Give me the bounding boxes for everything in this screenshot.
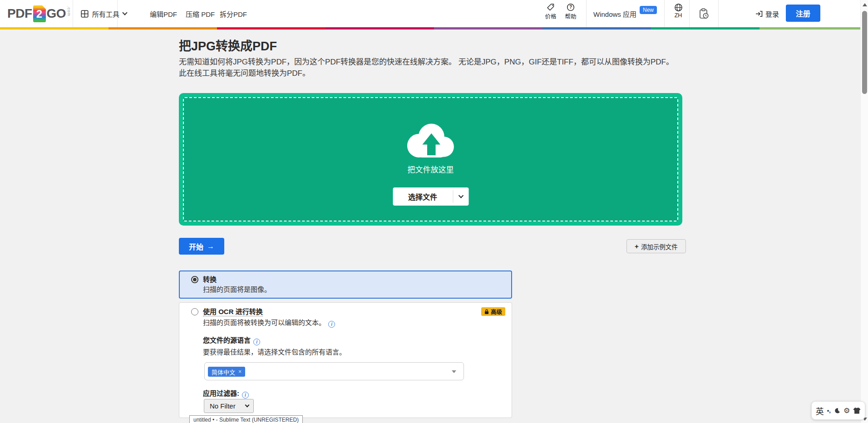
info-icon[interactable]: i xyxy=(242,392,249,398)
premium-badge-label: 高级 xyxy=(491,307,502,316)
chevron-down-icon xyxy=(122,10,127,15)
moon-icon[interactable] xyxy=(834,408,840,414)
filter-select-value: No Filter xyxy=(210,402,236,410)
plus-icon: + xyxy=(635,242,639,250)
nav-help-label: 帮助 xyxy=(565,12,576,20)
pdf2go-logo[interactable]: PDF 2 GO .com xyxy=(7,5,71,22)
option-ocr-description: 扫描的页面将被转换为可以编辑的文本。i xyxy=(203,317,335,328)
nav-split-pdf[interactable]: 拆分PDF xyxy=(220,0,247,27)
vertical-scrollbar[interactable] xyxy=(860,0,868,423)
file-dropzone[interactable]: 把文件放这里 选择文件 xyxy=(179,93,682,226)
svg-text:?: ? xyxy=(569,5,572,10)
globe-icon xyxy=(674,3,683,12)
skin-shirt-icon[interactable] xyxy=(853,408,861,414)
add-example-file-button[interactable]: + 添加示例文件 xyxy=(626,239,686,253)
nav-pricing[interactable]: 价格 xyxy=(541,3,561,20)
nav-all-tools-label: 所有工具 xyxy=(92,9,119,19)
start-button[interactable]: 开始 → xyxy=(179,238,224,255)
scrollbar-up-arrow[interactable] xyxy=(863,3,867,6)
language-tag-label: 简体中文 xyxy=(212,368,235,376)
nav-edit-pdf[interactable]: 编辑PDF xyxy=(150,0,177,27)
source-language-label: 您文件的源语言i xyxy=(203,335,260,345)
start-label: 开始 xyxy=(189,241,203,252)
help-icon: ? xyxy=(567,3,575,11)
choose-file-button[interactable]: 选择文件 xyxy=(393,187,469,206)
language-tag[interactable]: 简体中文 × xyxy=(208,367,245,377)
nav-pricing-label: 价格 xyxy=(545,12,556,20)
pdf2go-jpg-to-pdf-page: PDF 2 GO .com 所有工具 编辑PDF 压缩 PDF 拆分PDF 价格… xyxy=(0,0,868,423)
scrollbar-thumb[interactable] xyxy=(862,11,867,94)
select-caret-icon xyxy=(452,370,456,373)
premium-badge: 高级 xyxy=(481,307,505,316)
ime-toolbar[interactable]: 英 •, ⚙ xyxy=(811,401,865,420)
nav-language-label: ZH xyxy=(675,12,682,19)
option-convert-description: 扫描的页面将是图像。 xyxy=(203,284,271,294)
logo-text-com: .com xyxy=(67,6,71,21)
lock-icon xyxy=(484,309,489,315)
nav-compress-pdf-label: 压缩 PDF xyxy=(186,9,215,19)
login-label: 登录 xyxy=(765,9,779,19)
nav-split-pdf-label: 拆分PDF xyxy=(220,9,247,19)
nav-windows-app-label: Windows 应用 xyxy=(593,9,636,19)
nav-language-switcher[interactable]: ZH xyxy=(668,3,688,19)
cloud-upload-icon xyxy=(403,121,459,162)
logo-text-2: 2 xyxy=(36,8,42,20)
arrow-right-icon: → xyxy=(207,242,214,251)
ime-punctuation-toggle[interactable]: •, xyxy=(827,407,831,414)
nav-help[interactable]: ? 帮助 xyxy=(561,3,581,20)
gear-icon[interactable]: ⚙ xyxy=(843,407,850,414)
nav-edit-pdf-label: 编辑PDF xyxy=(150,9,177,19)
rainbow-stripe xyxy=(0,27,868,30)
price-tag-icon xyxy=(547,3,555,11)
option-ocr[interactable]: 使用 OCR 进行转换 高级 扫描的页面将被转换为可以编辑的文本。i 您文件的源… xyxy=(179,302,512,418)
nav-all-tools[interactable]: 所有工具 xyxy=(81,0,127,27)
nav-separator xyxy=(586,0,587,27)
register-button[interactable]: 注册 xyxy=(786,5,820,22)
login-button[interactable]: 登录 xyxy=(755,0,779,27)
login-arrow-icon xyxy=(755,10,763,17)
remove-language-icon[interactable]: × xyxy=(238,369,242,375)
navbar: PDF 2 GO .com 所有工具 编辑PDF 压缩 PDF 拆分PDF 价格… xyxy=(0,0,868,27)
chevron-down-icon xyxy=(245,403,250,408)
logo-text-pdf: PDF xyxy=(7,6,32,21)
grid-icon xyxy=(81,10,89,18)
choose-file-dropdown[interactable] xyxy=(453,187,469,206)
nav-separator xyxy=(664,0,665,27)
ime-language-mode[interactable]: 英 xyxy=(816,405,824,417)
dropzone-dashed-area: 把文件放这里 选择文件 xyxy=(183,97,678,221)
add-example-file-label: 添加示例文件 xyxy=(641,242,678,251)
nav-separator xyxy=(73,0,73,27)
radio-ocr[interactable] xyxy=(191,308,198,315)
new-badge: New xyxy=(640,6,657,14)
page-description-line1: 无需知道如何将JPG转换为PDF，因为这个PDF转换器是您的快速在线解决方案。 … xyxy=(179,55,674,67)
language-multiselect[interactable]: 简体中文 × xyxy=(204,362,464,380)
page-description-line2: 此在线工具将毫无问题地转换为PDF。 xyxy=(179,67,310,78)
info-icon[interactable]: i xyxy=(328,321,335,328)
taskbar-tooltip: untitled • - Sublime Text (UNREGISTERED) xyxy=(189,415,303,423)
chevron-down-icon xyxy=(458,193,463,198)
option-convert-label: 转换 xyxy=(203,274,217,284)
choose-file-label[interactable]: 选择文件 xyxy=(393,187,453,206)
info-icon[interactable]: i xyxy=(253,339,260,345)
filter-select[interactable]: No Filter xyxy=(204,399,254,413)
nav-separator xyxy=(689,0,690,27)
register-label: 注册 xyxy=(796,8,810,19)
radio-convert[interactable] xyxy=(191,276,198,283)
drop-files-here-label: 把文件放这里 xyxy=(184,163,677,175)
logo-page-icon: 2 xyxy=(33,5,46,22)
clipboard-clock-icon xyxy=(699,8,709,20)
nav-windows-app[interactable]: Windows 应用 xyxy=(593,0,636,27)
nav-separator xyxy=(718,0,719,27)
source-language-hint: 要获得最佳结果，请选择文件包含的所有语言。 xyxy=(203,347,346,356)
option-convert[interactable]: 转换 扫描的页面将是图像。 xyxy=(179,271,512,299)
page-title: 把JPG转换成PDF xyxy=(179,36,277,54)
filter-label: 应用过滤器:i xyxy=(203,388,249,398)
logo-page-fold xyxy=(42,5,46,9)
logo-text-go: GO xyxy=(47,6,66,21)
option-ocr-label: 使用 OCR 进行转换 xyxy=(203,306,263,316)
nav-compress-pdf[interactable]: 压缩 PDF xyxy=(186,0,215,27)
nav-job-history[interactable] xyxy=(699,0,709,27)
